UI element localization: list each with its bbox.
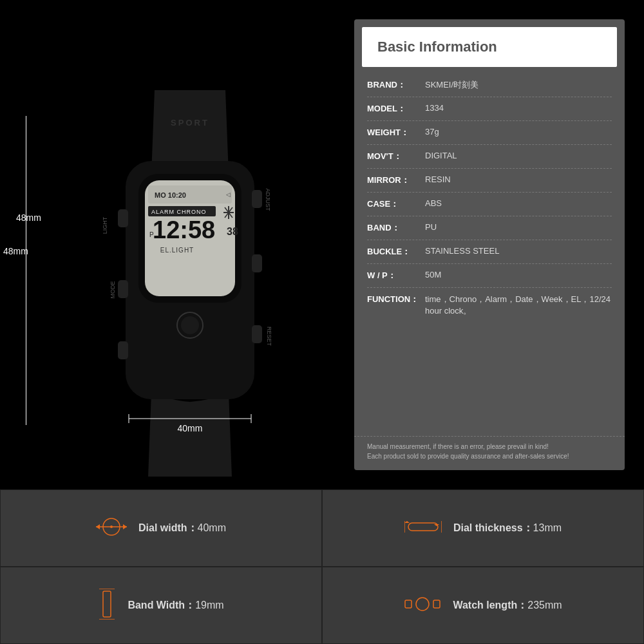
spec-cell: Dial width：40mm <box>0 489 322 567</box>
info-row: CASE：ABS <box>367 193 612 216</box>
row-key: MOV'T： <box>367 151 425 162</box>
svg-rect-48 <box>433 600 440 608</box>
row-key: BRAND： <box>367 79 425 91</box>
watch-illustration: SPORT LIGHT MODE ADJUST RESET <box>80 90 299 477</box>
svg-text:MO  10:20: MO 10:20 <box>155 191 186 199</box>
svg-rect-2 <box>118 209 128 227</box>
svg-text:SPORT: SPORT <box>171 118 209 128</box>
row-key: FUNCTION： <box>367 294 425 305</box>
spec-cell: Band Width：19mm <box>0 567 322 644</box>
info-row: BRAND：SKMEI/时刻美 <box>367 73 612 97</box>
info-row: FUNCTION：time，Chrono，Alarm，Date，Week，EL，… <box>367 288 612 323</box>
row-key: BAND： <box>367 222 425 234</box>
spec-icon <box>404 518 442 539</box>
row-value: SKMEI/时刻美 <box>425 79 612 91</box>
svg-rect-3 <box>118 280 128 298</box>
spec-icon <box>404 592 441 620</box>
svg-text:◁: ◁ <box>226 191 231 198</box>
svg-marker-41 <box>404 521 410 523</box>
info-row: W / P：50M <box>367 264 612 288</box>
spec-icon <box>96 515 127 542</box>
row-value: 1334 <box>425 103 612 113</box>
svg-text:MODE: MODE <box>109 281 116 299</box>
bottom-specs: Dial width：40mmDial thickness：13mmBand W… <box>0 489 644 644</box>
svg-point-37 <box>110 526 113 528</box>
row-key: CASE： <box>367 198 425 210</box>
spec-text: Dial width：40mm <box>138 522 226 535</box>
info-panel: Basic Information BRAND：SKMEI/时刻美MODEL：1… <box>354 19 625 470</box>
svg-rect-7 <box>252 325 262 343</box>
svg-text:12:58: 12:58 <box>153 216 215 243</box>
svg-text:ADJUST: ADJUST <box>265 188 271 211</box>
spec-text: Dial thickness：13mm <box>453 522 562 535</box>
row-key: W / P： <box>367 270 425 281</box>
watch-area: 48mm SPORT LIGHT <box>13 13 354 477</box>
dimension-label-vertical: 48mm <box>3 246 28 256</box>
svg-point-28 <box>181 316 199 334</box>
svg-marker-35 <box>96 524 100 529</box>
row-value: time，Chrono，Alarm，Date，Week，EL，12/24 hou… <box>425 294 612 317</box>
spec-text: Band Width：19mm <box>128 599 223 612</box>
svg-marker-36 <box>123 524 127 529</box>
spec-cell: Dial thickness：13mm <box>322 489 644 567</box>
dimension-line-vertical <box>26 116 26 425</box>
svg-rect-47 <box>405 600 412 608</box>
svg-rect-38 <box>408 523 438 531</box>
svg-marker-42 <box>434 524 439 526</box>
info-row: MOV'T：DIGITAL <box>367 145 612 169</box>
row-value: PU <box>425 222 612 232</box>
spec-text: Watch length：235mm <box>453 599 562 612</box>
row-key: MODEL： <box>367 103 425 115</box>
svg-text:ALARM CHRONO: ALARM CHRONO <box>151 209 207 215</box>
row-key: BUCKLE： <box>367 246 425 258</box>
info-row: BAND：PU <box>367 216 612 240</box>
spec-cell: Watch length：235mm <box>322 567 644 644</box>
row-value: STAINLESS STEEL <box>425 246 612 256</box>
row-value: DIGITAL <box>425 151 612 160</box>
row-key: WEIGHT： <box>367 127 425 138</box>
row-value: RESIN <box>425 175 612 184</box>
info-title-box: Basic Information <box>362 27 617 67</box>
height-dimension-label: 48mm <box>16 213 41 223</box>
info-rows: BRAND：SKMEI/时刻美MODEL：1334WEIGHT：37gMOV'T… <box>354 67 625 436</box>
svg-text:LIGHT: LIGHT <box>102 216 108 234</box>
row-value: 37g <box>425 127 612 137</box>
info-row: BUCKLE：STAINLESS STEEL <box>367 240 612 264</box>
row-value: ABS <box>425 198 612 208</box>
svg-text:40mm: 40mm <box>178 423 203 433</box>
watch-container: 48mm SPORT LIGHT <box>61 64 306 438</box>
info-row: MODEL：1334 <box>367 97 612 121</box>
info-note: Manual measurement, if there is an error… <box>354 436 625 470</box>
info-row: WEIGHT：37g <box>367 121 612 145</box>
svg-rect-43 <box>103 591 111 617</box>
svg-point-46 <box>416 598 429 611</box>
svg-text:EL.LIGHT: EL.LIGHT <box>160 247 194 254</box>
svg-rect-6 <box>252 254 262 272</box>
row-key: MIRROR： <box>367 175 425 186</box>
main-area: 48mm SPORT LIGHT <box>0 0 644 489</box>
svg-text:RESET: RESET <box>266 327 272 346</box>
spec-icon <box>98 589 116 623</box>
note-line-2: Each product sold to provide quality ass… <box>367 451 612 461</box>
svg-text:P: P <box>149 231 154 238</box>
svg-rect-5 <box>252 190 262 208</box>
note-line-1: Manual measurement, if there is an error… <box>367 442 612 451</box>
info-title-text: Basic Information <box>377 39 601 55</box>
svg-rect-4 <box>118 341 128 359</box>
row-value: 50M <box>425 270 612 279</box>
info-row: MIRROR：RESIN <box>367 169 612 193</box>
svg-text:38: 38 <box>227 226 238 237</box>
